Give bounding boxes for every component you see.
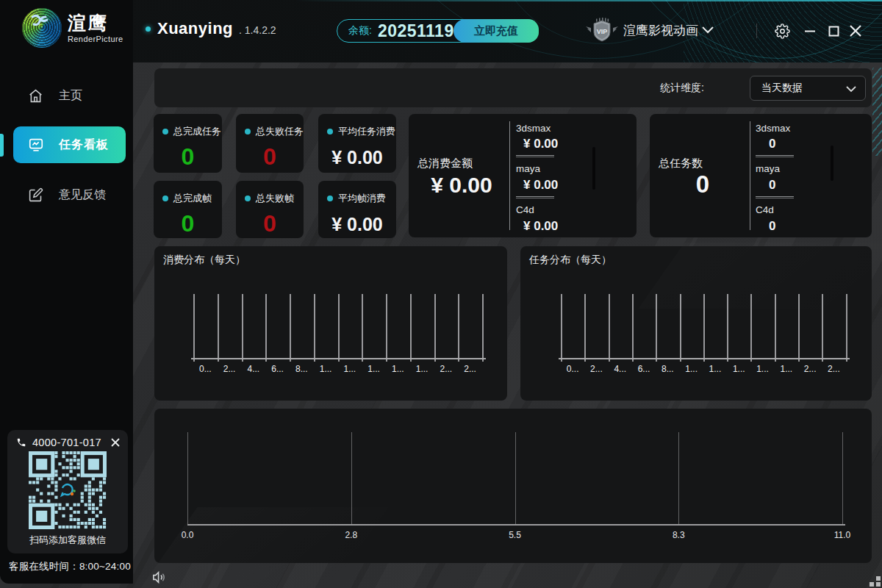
gridline	[338, 294, 340, 362]
x-axis-label: 2...	[584, 364, 608, 374]
x-axis-label: 8...	[656, 364, 679, 374]
minimize-icon[interactable]	[800, 21, 820, 41]
stat-value: 0	[236, 143, 304, 171]
maximize-icon[interactable]	[823, 21, 844, 41]
breakdown-value: ¥ 0.00	[523, 219, 558, 234]
x-axis-label: 0...	[193, 364, 218, 374]
feedback-icon	[28, 187, 43, 203]
stat-value: 0	[154, 210, 222, 237]
stat-label: 平均任务消费	[338, 125, 395, 138]
stat-card-failed-frames: 总失败帧 0	[236, 181, 304, 238]
gridline	[187, 432, 188, 524]
scrollbar-thumb[interactable]	[831, 146, 833, 181]
stat-card-completed-tasks: 总完成任务 0	[154, 114, 222, 173]
sidebar: 渲鹰 RenderPicture 主页 任务看板 意见反馈	[0, 0, 133, 584]
stat-card-failed-tasks: 总失败任务 0	[236, 114, 304, 173]
separator	[516, 155, 554, 157]
breakdown-value: 0	[769, 137, 775, 151]
card-label: 总任务数	[659, 157, 703, 171]
resize-grip[interactable]	[876, 582, 881, 587]
account-name[interactable]: 渲鹰影视动画	[623, 22, 698, 39]
x-axis-label: 8.3	[662, 530, 695, 540]
card-value: 0	[659, 171, 747, 198]
app-version: . 1.4.2.2	[239, 24, 276, 36]
x-axis-label: 1...	[750, 364, 774, 374]
gridline	[218, 294, 219, 362]
breakdown-name: C4d	[756, 204, 774, 215]
gridline	[410, 294, 412, 362]
breakdown-name: maya	[516, 163, 540, 174]
service-phone-number: 4000-701-017	[32, 437, 101, 448]
x-axis-label: 11.0	[826, 530, 858, 540]
chart-plot-area: 0...2...4...6...8...1...1...1...1...1...…	[154, 246, 507, 401]
stat-card-avg-frame-cost: 平均帧消费 ¥ 0.00	[318, 181, 396, 238]
x-axis-label: 1...	[680, 364, 703, 374]
balance-pill: 余额: 20251119.02 立即充值	[337, 19, 539, 43]
service-online-time: 客服在线时间：8:00~24:00	[9, 560, 131, 573]
close-icon[interactable]	[845, 21, 866, 41]
x-axis-label: 2...	[458, 364, 482, 374]
gridline	[678, 432, 679, 524]
gear-icon[interactable]	[772, 21, 792, 41]
gridline	[609, 294, 610, 362]
stat-label: 平均帧消费	[338, 192, 386, 205]
breakdown-name: 3dsmax	[516, 123, 551, 134]
edge-decor-hatch	[872, 68, 882, 156]
x-axis-label: 6...	[265, 364, 290, 374]
home-icon	[28, 88, 43, 104]
filter-label: 统计维度:	[660, 82, 704, 95]
chevron-down-icon[interactable]	[702, 26, 714, 34]
logo-text: 渲鹰 RenderPicture	[68, 13, 123, 43]
scrollbar-thumb[interactable]	[592, 147, 595, 190]
stat-bullet	[162, 196, 168, 201]
breakdown-name: C4d	[516, 204, 534, 215]
close-icon[interactable]	[109, 436, 122, 449]
svg-text:VIP: VIP	[597, 28, 608, 35]
sidebar-item-home[interactable]: 主页	[0, 79, 133, 112]
x-axis-label: 1...	[727, 364, 750, 374]
x-axis-label: 1...	[703, 364, 727, 374]
balance-label: 余额:	[348, 24, 372, 37]
stat-bullet	[245, 196, 251, 201]
stat-value: ¥ 0.00	[318, 214, 396, 235]
x-axis-line	[559, 358, 850, 359]
sidebar-item-feedback[interactable]: 意见反馈	[0, 179, 133, 211]
gridline	[561, 294, 562, 362]
resize-grip[interactable]	[870, 582, 874, 587]
gridline	[482, 294, 484, 362]
sidebar-item-label: 任务看板	[59, 137, 109, 153]
gridline	[515, 432, 516, 524]
active-nav-indicator	[0, 134, 4, 157]
logo-icon	[22, 8, 62, 48]
separator	[516, 196, 554, 198]
x-axis-label: 2...	[822, 364, 845, 374]
x-axis-line	[191, 358, 486, 359]
resize-grip[interactable]	[876, 576, 881, 581]
app-window: Xuanying . 1.4.2.2 余额: 20251119.02 立即充值 …	[0, 0, 882, 588]
recharge-button[interactable]: 立即充值	[453, 19, 539, 43]
service-phone-row: 4000-701-017	[16, 435, 122, 450]
sidebar-item-label: 意见反馈	[59, 187, 106, 203]
stat-label: 总完成帧	[173, 192, 212, 205]
vip-badge-icon: VIP	[585, 18, 619, 44]
gridline	[265, 294, 267, 362]
stat-value: ¥ 0.00	[318, 147, 396, 168]
x-axis-label: 1...	[362, 364, 386, 374]
x-axis-label: 4...	[242, 364, 266, 374]
title-bullet-dot	[146, 26, 151, 32]
gridline	[193, 294, 195, 362]
x-axis-label: 2...	[434, 364, 459, 374]
sidebar-item-dashboard[interactable]: 任务看板	[13, 126, 126, 163]
card-label: 总消费金额	[417, 157, 473, 171]
breakdown-value: 0	[769, 219, 775, 234]
breakdown-value: 0	[769, 178, 775, 193]
qr-code	[29, 451, 107, 529]
x-axis-label: 1...	[338, 364, 362, 374]
breakdown-value: ¥ 0.00	[523, 137, 558, 151]
separator	[756, 155, 794, 157]
divider	[750, 121, 750, 230]
stat-dimension-select[interactable]: 当天数据	[750, 76, 866, 101]
app-name: Xuanying	[157, 19, 233, 38]
logo-name-en: RenderPicture	[68, 35, 123, 43]
app-logo: 渲鹰 RenderPicture	[22, 8, 123, 48]
